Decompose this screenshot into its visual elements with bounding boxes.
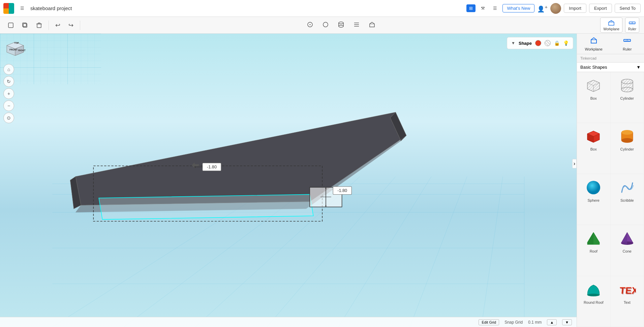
workplane-button[interactable]: Workplane	[600, 18, 622, 33]
shape-roof[interactable]: Roof	[577, 225, 611, 276]
snap-value: 0.1 mm	[528, 320, 542, 325]
shapes-grid: Box	[577, 72, 644, 327]
shape-icon-button[interactable]	[319, 19, 332, 31]
color-red[interactable]	[535, 40, 541, 46]
fit-button[interactable]: ⊙	[3, 112, 14, 123]
shape-name: Box	[590, 147, 597, 151]
bottom-bar: Edit Grid Snap Grid 0.1 mm ▲ ▼	[0, 317, 577, 327]
workplane-panel-button[interactable]: Workplane	[577, 34, 611, 54]
add-user-button[interactable]: 👤+	[537, 4, 548, 13]
snap-increase[interactable]: ▲	[547, 319, 557, 325]
cone-icon	[618, 229, 637, 248]
app-logo	[3, 3, 14, 14]
send-to-button[interactable]: Send To	[615, 4, 641, 13]
duplicate-button[interactable]	[19, 20, 31, 30]
shape-cylinder-solid[interactable]: Cylinder	[611, 123, 644, 174]
shape-cone[interactable]: Cone	[611, 225, 644, 276]
ruler-panel-label: Ruler	[623, 47, 632, 51]
svg-point-89	[621, 138, 633, 143]
topbar-right: ⊞ ⚒ ☰ What's New 👤+ Import Export Send T…	[466, 3, 641, 14]
hammer-button[interactable]: ⚒	[478, 4, 488, 12]
sphere-icon	[584, 178, 603, 197]
align-icon-button[interactable]	[350, 19, 363, 31]
svg-marker-96	[587, 232, 593, 244]
svg-text:-1.80: -1.80	[207, 164, 217, 169]
shape-text-3d[interactable]: TEXT TEXT Text	[611, 276, 644, 327]
camera-icon-button[interactable]	[304, 19, 316, 31]
topbar: ☰ skateboard project ⊞ ⚒ ☰ What's New 👤+…	[0, 0, 644, 17]
viewport[interactable]: -1.80 -1.80 TOP FRONT RIGHT	[0, 34, 577, 327]
shape-name: Sphere	[588, 198, 600, 202]
left-tools: ⌂ ↻ + − ⊙	[3, 64, 14, 123]
shape-label: Shape	[519, 41, 532, 46]
toolbar-right	[304, 19, 378, 31]
select-tool[interactable]	[5, 20, 17, 30]
svg-line-35	[481, 176, 503, 327]
zoom-out-button[interactable]: −	[3, 100, 14, 111]
nav-cube[interactable]: TOP FRONT RIGHT	[3, 37, 27, 61]
whats-new-button[interactable]: What's New	[502, 4, 534, 12]
shape-name: Cylinder	[620, 96, 634, 100]
avatar-button[interactable]	[550, 3, 561, 14]
shapes-dropdown[interactable]: Basic Shapes ▼	[577, 63, 644, 72]
shape-round-roof[interactable]: Round Roof	[577, 276, 611, 327]
toolbar: ↩ ↪ Workplane	[0, 17, 644, 34]
main-area: -1.80 -1.80 TOP FRONT RIGHT	[0, 34, 644, 327]
svg-rect-0	[8, 23, 13, 28]
shape-sphere[interactable]: Sphere	[577, 174, 611, 225]
menu-button[interactable]: ☰	[18, 4, 27, 12]
shape-name: Roof	[590, 249, 597, 253]
shape-name: Text	[624, 300, 631, 304]
ruler-label: Ruler	[628, 27, 636, 31]
separator	[49, 21, 49, 30]
workplane-icon-button[interactable]	[366, 19, 378, 31]
svg-text:FRONT: FRONT	[9, 48, 18, 51]
svg-line-33	[338, 176, 431, 327]
edit-grid-button[interactable]: Edit Grid	[479, 319, 499, 325]
box-solid-icon	[584, 127, 603, 146]
svg-line-34	[410, 176, 467, 327]
svg-point-82	[621, 87, 633, 92]
ruler-icon	[623, 36, 631, 46]
workplane-panel-label: Workplane	[585, 47, 603, 51]
cylinder-outline-icon	[618, 76, 637, 95]
roof-icon	[584, 229, 603, 248]
shape-box-outline[interactable]: Box	[577, 72, 611, 123]
shape-scribble[interactable]: Scribble	[611, 174, 644, 225]
svg-point-9	[339, 22, 343, 24]
snap-decrease[interactable]: ▼	[562, 319, 572, 325]
3d-scene: -1.80 -1.80	[0, 34, 577, 327]
shape-panel-toggle[interactable]: ▼	[511, 41, 515, 45]
dropdown-label: Basic Shapes	[580, 65, 607, 70]
snap-grid-label: Snap Grid	[504, 320, 523, 325]
shape-name: Round Roof	[584, 300, 604, 304]
shape-box-solid[interactable]: Box	[577, 123, 611, 174]
cylinder-solid-icon	[618, 127, 637, 146]
light-button[interactable]: 💡	[563, 40, 569, 46]
import-button[interactable]: Import	[564, 4, 586, 13]
ruler-panel-button[interactable]: Ruler	[611, 34, 644, 54]
redo-button[interactable]: ↪	[65, 20, 76, 31]
grid-view-button[interactable]: ⊞	[466, 4, 476, 12]
shapes-header: Tinkercad	[577, 54, 644, 63]
delete-button[interactable]	[33, 20, 45, 30]
ruler-button[interactable]: Ruler	[625, 18, 639, 33]
rotate-button[interactable]: ↻	[3, 76, 14, 87]
undo-button[interactable]: ↩	[52, 20, 63, 31]
svg-marker-16	[370, 22, 374, 27]
cylinder-icon-button[interactable]	[335, 19, 347, 31]
lock-button[interactable]: 🔒	[554, 40, 560, 46]
layers-button[interactable]: ☰	[490, 4, 500, 12]
home-button[interactable]: ⌂	[3, 64, 14, 75]
svg-point-93	[587, 181, 600, 194]
right-panel: Workplane Ruler Tinkercad	[577, 34, 644, 327]
tinkercad-label: Tinkercad	[580, 56, 596, 60]
export-button[interactable]: Export	[589, 4, 612, 13]
svg-text:-1.80: -1.80	[337, 188, 347, 193]
round-roof-icon	[584, 280, 603, 299]
color-striped[interactable]	[545, 40, 551, 46]
shape-cylinder-outline[interactable]: Cylinder	[611, 72, 644, 123]
zoom-in-button[interactable]: +	[3, 88, 14, 99]
svg-point-100	[587, 294, 600, 296]
svg-marker-46	[99, 194, 313, 219]
